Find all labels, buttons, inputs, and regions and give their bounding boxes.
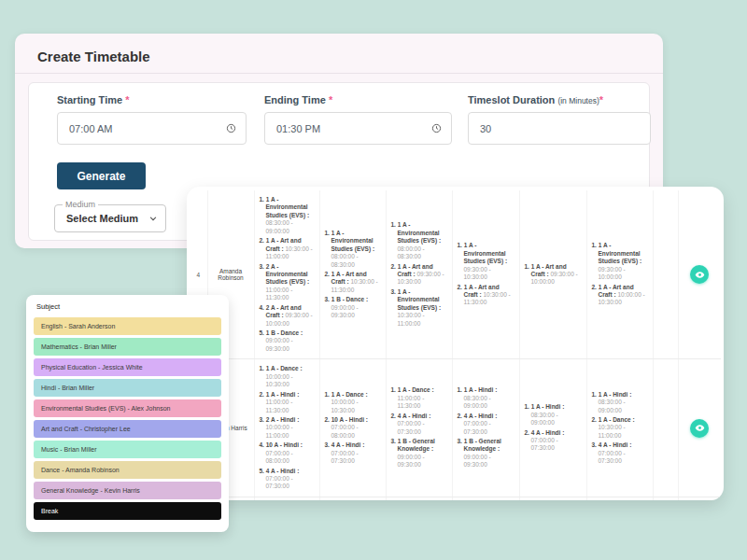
day-cell: 1. 1 A - Environmental Studies (EVS) : 0… bbox=[452, 190, 519, 359]
legend-item: Hindi - Brian Miller bbox=[34, 379, 221, 397]
schedule-entry: 2. 1 A - Art and Craft : 10:00:00 - 10:3… bbox=[592, 284, 648, 307]
day-cell: 1. 1 A - Dance : 10:00:00 - 10:30:002. 1… bbox=[319, 359, 386, 497]
schedule-entry: 1. 1 A - Environmental Studies (EVS) : 0… bbox=[325, 230, 381, 269]
legend-title: Subject bbox=[36, 302, 221, 311]
schedule-entry: 2. 4 A - Hindi : 07:00:00 - 07:30:00 bbox=[458, 413, 514, 436]
schedule-entry: 4. 2 A - Art and Craft : 09:30:00 - 10:0… bbox=[260, 304, 315, 328]
day-cell: 1. 1 A - Physical Education : 07:30:00 -… bbox=[386, 497, 452, 500]
teacher-row: 5Kevin Harris1. 1 A - Dance : 10:00:00 -… bbox=[190, 359, 721, 497]
day-cell: 1. 1 A - Hindi : 08:30:00 - 09:00:002. 4… bbox=[519, 359, 586, 497]
schedule-entry: 5. 1 B - Dance : 09:00:00 - 09:30:00 bbox=[260, 329, 315, 353]
day-cell: 1. 1 A - Environmental Studies (EVS) : 0… bbox=[386, 190, 452, 359]
schedule-entry: 1. 1 A - Dance : 10:00:00 - 10:30:00 bbox=[325, 391, 381, 414]
medium-select-label: Medium bbox=[63, 200, 98, 209]
ending-time-input[interactable] bbox=[264, 112, 452, 145]
day-cell: 1. 1 A - Dance : 11:00:00 - 11:30:002. 4… bbox=[386, 359, 452, 497]
subject-legend-card: Subject English - Sarah AndersonMathemat… bbox=[26, 295, 229, 532]
eye-icon bbox=[695, 270, 705, 280]
schedule-entry: 3. 4 A - Hindi : 07:00:00 - 07:30:00 bbox=[325, 441, 381, 465]
schedule-entry: 1. 1 A - Environmental Studies (EVS) : 0… bbox=[260, 196, 315, 235]
schedule-entry: 3. 2 A - Environmental Studies (EVS) : 1… bbox=[260, 263, 315, 302]
clock-icon[interactable] bbox=[226, 120, 236, 137]
legend-item: Physical Education - Jessica White bbox=[34, 358, 221, 376]
view-timetable-button[interactable] bbox=[690, 265, 709, 284]
medium-select[interactable]: Medium Select Medium bbox=[54, 204, 166, 232]
legend-item: Mathematics - Brian Miller bbox=[34, 338, 221, 356]
day-cell bbox=[653, 359, 678, 497]
day-cell: 1. 1 A - Physical Education : 08:00:00 -… bbox=[519, 497, 586, 500]
legend-item: English - Sarah Anderson bbox=[34, 317, 221, 335]
schedule-entry: 2. 1 A - Hindi : 11:00:00 - 11:30:00 bbox=[260, 391, 315, 414]
ending-time-value[interactable] bbox=[276, 123, 431, 134]
teacher-row: 4Amanda Robinson1. 1 A - Environmental S… bbox=[190, 190, 721, 359]
schedule-entry: 1. 1 A - Environmental Studies (EVS) : 0… bbox=[458, 242, 514, 281]
page-title: Create Timetable bbox=[37, 49, 150, 64]
schedule-entry: 1. 1 A - Hindi : 08:30:00 - 09:00:00 bbox=[458, 386, 514, 410]
timeslot-duration-label: Timeslot Duration (in Minutes)* bbox=[468, 94, 651, 105]
timetable-card: 4Amanda Robinson1. 1 A - Environmental S… bbox=[187, 187, 724, 500]
schedule-entry: 1. 1 A - Dance : 10:00:00 - 10:30:00 bbox=[260, 365, 315, 388]
timeslot-duration-field: Timeslot Duration (in Minutes)* bbox=[468, 94, 651, 145]
day-cell: 1. 3 A - Physical Education : 07:00:00 -… bbox=[319, 497, 386, 500]
schedule-entry: 3. 1 B - General Knowledge : 09:00:00 - … bbox=[458, 438, 514, 469]
schedule-entry: 2. 1 A - Art and Craft : 09:30:00 - 10:3… bbox=[391, 263, 447, 287]
day-cell: 1. 1 A - Environmental Studies (EVS) : 0… bbox=[254, 190, 319, 359]
day-cell bbox=[653, 497, 678, 500]
schedule-entry: 1. 1 A - Environmental Studies (EVS) : 0… bbox=[391, 221, 447, 260]
schedule-entry: 1. 1 A - Dance : 11:00:00 - 11:30:00 bbox=[391, 386, 447, 410]
schedule-entry: 2. 1 A - Art and Craft : 10:30:00 - 11:0… bbox=[260, 237, 315, 260]
schedule-entry: 4. 10 A - Hindi : 07:00:00 - 08:00:00 bbox=[260, 441, 315, 465]
legend-item: General Knowledge - Kevin Harris bbox=[34, 482, 221, 499]
schedule-entry: 1. 1 A - Environmental Studies (EVS) : 0… bbox=[592, 242, 648, 281]
schedule-entry: 2. 1 A - Dance : 10:30:00 - 11:00:00 bbox=[592, 416, 648, 440]
day-cell: 1. 1 A - Physical Education : 08:00:00 -… bbox=[586, 497, 653, 500]
schedule-entry: 3. 1 B - Dance : 09:00:00 - 09:30:00 bbox=[325, 296, 381, 319]
schedule-entry: 2. 4 A - Hindi : 07:00:00 - 07:30:00 bbox=[525, 429, 582, 453]
timetable-body: 4Amanda Robinson1. 1 A - Environmental S… bbox=[190, 190, 721, 500]
schedule-entry: 3. 1 A - Environmental Studies (EVS) : 1… bbox=[391, 288, 447, 328]
schedule-entry: 3. 1 B - General Knowledge : 09:00:00 - … bbox=[391, 438, 447, 469]
required-asterisk: * bbox=[599, 94, 603, 105]
required-asterisk: * bbox=[125, 94, 129, 105]
starting-time-value[interactable] bbox=[69, 123, 226, 134]
starting-time-label: Starting Time * bbox=[57, 94, 247, 105]
day-cell: 1. 1 A - Dance : 10:00:00 - 10:30:002. 1… bbox=[254, 359, 319, 497]
legend-items: English - Sarah AndersonMathematics - Br… bbox=[34, 317, 221, 520]
schedule-entry: 3. 2 A - Hindi : 10:00:00 - 11:00:00 bbox=[260, 416, 315, 440]
day-cell: 1. 1 A - Hindi : 08:30:00 - 09:00:002. 4… bbox=[452, 359, 519, 497]
schedule-entry: 2. 10 A - Hindi : 07:00:00 - 08:00:00 bbox=[325, 416, 381, 440]
teacher-row: 6Jessica White1. 1 A - Physical Educatio… bbox=[190, 497, 721, 500]
schedule-entry: 1. 1 A - Hindi : 08:30:00 - 09:00:00 bbox=[592, 391, 648, 414]
actions-cell bbox=[678, 497, 721, 500]
header-divider bbox=[15, 73, 663, 74]
schedule-entry: 5. 4 A - Hindi : 07:00:00 - 07:30:00 bbox=[260, 468, 315, 491]
timeslot-duration-label-suffix: (in Minutes) bbox=[557, 96, 599, 105]
ending-time-field: Ending Time * bbox=[264, 94, 452, 145]
clock-icon[interactable] bbox=[431, 120, 442, 137]
schedule-entry: 1. 1 A - Hindi : 08:30:00 - 09:00:00 bbox=[525, 403, 582, 427]
ending-time-label: Ending Time * bbox=[264, 94, 452, 105]
timetable-table: 4Amanda Robinson1. 1 A - Environmental S… bbox=[190, 190, 721, 500]
schedule-entry: 3. 4 A - Hindi : 07:00:00 - 07:30:00 bbox=[592, 441, 648, 465]
starting-time-input[interactable] bbox=[57, 112, 247, 145]
day-cell: 1. 1 A - Physical Education : 08:00:00 -… bbox=[254, 497, 319, 500]
medium-select-value: Select Medium bbox=[66, 213, 148, 224]
day-cell: 1. 1 A - Hindi : 08:30:00 - 09:00:002. 1… bbox=[586, 359, 653, 497]
eye-icon bbox=[695, 423, 705, 433]
schedule-entry: 2. 1 A - Art and Craft : 10:30:00 - 11:3… bbox=[458, 284, 514, 307]
legend-item: Music - Brian Miller bbox=[34, 441, 221, 458]
legend-item: Break bbox=[34, 502, 221, 520]
timeslot-duration-value[interactable] bbox=[480, 123, 641, 134]
legend-item: Art and Craft - Christopher Lee bbox=[34, 420, 221, 438]
schedule-entry: 2. 4 A - Hindi : 07:00:00 - 07:30:00 bbox=[391, 413, 447, 436]
required-asterisk: * bbox=[329, 94, 332, 105]
generate-button[interactable]: Generate bbox=[57, 162, 146, 189]
timeslot-duration-input[interactable] bbox=[468, 112, 651, 145]
day-cell bbox=[653, 190, 678, 359]
chevron-down-icon[interactable] bbox=[148, 210, 158, 227]
day-cell: 1. 1 A - Environmental Studies (EVS) : 0… bbox=[319, 190, 386, 359]
day-cell: 1. 1 A - Physical Education : 08:30:00 -… bbox=[452, 497, 519, 500]
view-timetable-button[interactable] bbox=[690, 419, 709, 438]
starting-time-field: Starting Time * bbox=[57, 94, 247, 145]
actions-cell bbox=[678, 359, 721, 497]
